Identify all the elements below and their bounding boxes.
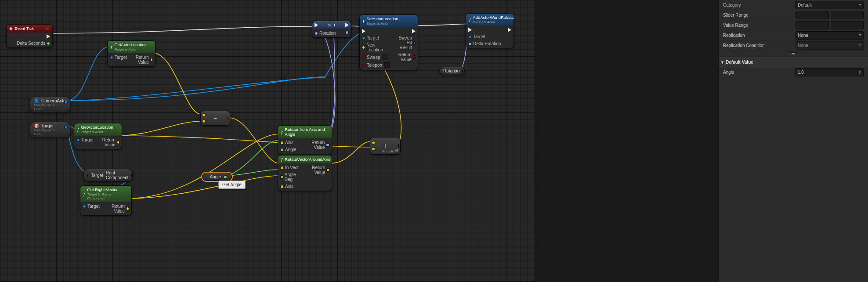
node-rotator-from-axis-and-angle[interactable]: ƒRotator from Axis and Angle Axis Angle …	[278, 125, 332, 154]
pin-return-value[interactable]: Return Value	[392, 52, 418, 62]
pin-new-location[interactable]: New Location	[360, 42, 392, 53]
node-subtitle: Target is Actor	[114, 47, 146, 51]
exec-out[interactable]	[392, 29, 418, 34]
node-header: ƒAddActorWorldRotationTarget is Actor	[466, 14, 514, 26]
var-get-rotation[interactable]: Rotation	[439, 67, 465, 75]
pin-in-label: Target	[91, 173, 103, 178]
blueprint-graph[interactable]: ◆ Event Tick ▭ Delta Seconds ƒ GetActorL…	[0, 0, 535, 282]
pin-label: Target	[87, 204, 100, 209]
pin-target[interactable]: Target	[466, 34, 503, 40]
replication-condition-select[interactable]: None	[796, 41, 864, 50]
exec-out[interactable]	[7, 34, 52, 39]
pin-axis[interactable]: Axis	[278, 140, 299, 145]
node-title: RotateVectorAroundAxis	[285, 157, 330, 162]
pin-label: Target	[115, 55, 127, 60]
var-get-angle[interactable]: Angle	[202, 173, 232, 181]
slider-min-input[interactable]	[796, 11, 829, 19]
pin-label: Return Value	[98, 137, 116, 147]
spinner-icon[interactable]: ⇕	[858, 70, 861, 75]
pin-in-vect[interactable]: In Vect	[278, 165, 303, 170]
var-root-component[interactable]: Target Root Component	[83, 169, 133, 182]
pin-angle[interactable]: Angle	[278, 147, 299, 152]
node-set-rotation[interactable]: SET Rotation	[312, 21, 351, 38]
pin-label: Return Value	[394, 52, 412, 62]
pin-return-value[interactable]: Return Value	[96, 137, 122, 148]
section-default-value[interactable]: ▾Default Value	[719, 57, 868, 67]
angle-input[interactable]: 1.0⇕	[796, 68, 864, 76]
pin-target[interactable]: Target	[80, 203, 102, 209]
pin-teleport[interactable]: Teleport	[360, 62, 392, 69]
pin-label: Return Value	[305, 165, 325, 175]
function-icon: ƒ	[77, 127, 79, 132]
function-icon: ƒ	[362, 18, 365, 23]
label: Replication	[723, 33, 796, 38]
pin-rotation-out[interactable]	[343, 30, 351, 35]
server-icon: ▭	[46, 26, 50, 31]
pin-label: Target	[81, 137, 94, 142]
function-icon: ƒ	[281, 130, 283, 134]
pin-label: Axis	[285, 140, 293, 145]
pin-target[interactable]: Target	[74, 137, 96, 143]
chevron-down-icon	[790, 52, 797, 55]
pin-label: Delta Seconds	[17, 41, 45, 46]
actor-icon: 👤	[34, 98, 39, 103]
node-get-actor-location-2[interactable]: ƒ GetActorLocation Target is Actor Targe…	[74, 123, 122, 149]
tooltip-get-angle: Get Angle	[218, 181, 246, 189]
add-pin-icon[interactable]: ⊕	[395, 148, 398, 153]
operator-label: −	[213, 115, 217, 122]
node-vector-subtract[interactable]: −	[200, 111, 230, 126]
node-header: ◆ Event Tick ▭	[7, 25, 52, 33]
pin-target[interactable]: Target	[360, 35, 392, 41]
node-vector-add[interactable]: + Add pin ⊕	[370, 137, 401, 155]
value-max-input[interactable]	[831, 21, 864, 29]
node-rotate-vector-around-axis[interactable]: ƒRotateVectorAroundAxis In Vect Angle De…	[278, 155, 332, 191]
select-value: Default	[798, 3, 812, 7]
pin-delta-rotation[interactable]: Delta Rotation	[466, 41, 503, 47]
exec-in[interactable]	[360, 29, 392, 34]
pin-label: In Vect	[285, 165, 299, 170]
exec-in[interactable]	[466, 27, 503, 33]
expander-row[interactable]	[719, 51, 868, 57]
pin-target[interactable]: Target	[108, 54, 129, 60]
label: Category	[723, 3, 796, 7]
section-title: Default Value	[726, 60, 753, 65]
input-value: 1.0	[798, 70, 804, 75]
node-subtitle: Target is Actor	[366, 22, 398, 25]
exec-out[interactable]	[506, 27, 514, 33]
node-add-actor-world-rotation[interactable]: ƒAddActorWorldRotationTarget is Actor Ta…	[466, 13, 514, 48]
node-event-tick[interactable]: ◆ Event Tick ▭ Delta Seconds	[6, 24, 53, 48]
node-subtitle: Target is Scene Component	[87, 192, 129, 200]
var-target-actor[interactable]: 🎯Target from Persistent Level	[30, 122, 70, 138]
chevron-down-icon	[859, 4, 861, 6]
pin-return-value[interactable]: Return Value	[303, 165, 332, 175]
node-title: SET	[328, 22, 336, 27]
pin-sweep-hit[interactable]: Sweep Hit Result	[392, 35, 418, 51]
var-camera-actor[interactable]: 👤CameraActor from Persistent Level	[30, 97, 70, 113]
var-title: CameraActor	[41, 98, 67, 103]
node-header: ƒSetActorLocationTarget is Actor	[360, 15, 418, 27]
node-get-right-vector[interactable]: ƒ Get Right Vector Target is Scene Compo…	[80, 185, 132, 216]
label: Replication Condition	[723, 43, 796, 48]
pin-return-value[interactable]: Return Value	[129, 54, 155, 65]
node-set-actor-location[interactable]: ƒSetActorLocationTarget is Actor Target …	[359, 14, 418, 70]
row-value-range: Value Range	[719, 20, 868, 30]
operator-label: +	[383, 142, 387, 149]
node-header: ƒ GetActorLocation Target is Actor	[74, 123, 122, 136]
pin-return-value[interactable]: Return Value	[299, 140, 332, 150]
add-pin-label[interactable]: Add pin	[382, 149, 394, 153]
pin-label: New Location	[366, 43, 389, 52]
pin-return-value[interactable]: Return Value	[102, 203, 131, 214]
pin-delta-seconds[interactable]: Delta Seconds	[7, 40, 52, 46]
pin-angle-deg[interactable]: Angle Deg	[278, 172, 303, 182]
pin-axis[interactable]: Axis	[278, 184, 303, 189]
pin-sweep[interactable]: Sweep	[360, 54, 392, 61]
node-get-actor-location-1[interactable]: ƒ GetActorLocation Target is Actor Targe…	[107, 40, 156, 67]
slider-max-input[interactable]	[831, 11, 864, 19]
function-icon: ƒ	[469, 17, 471, 22]
replication-select[interactable]: None	[796, 31, 864, 40]
category-select[interactable]: Default	[796, 1, 864, 9]
node-header: SET	[312, 21, 351, 29]
pin-label: Target	[367, 36, 379, 40]
pin-rotation-in[interactable]: Rotation	[312, 30, 338, 36]
value-min-input[interactable]	[796, 21, 829, 29]
